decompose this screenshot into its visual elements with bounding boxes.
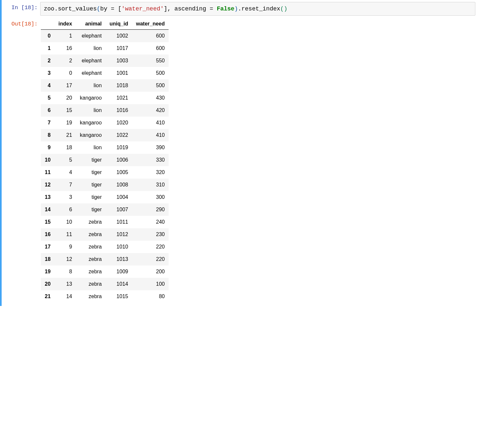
cell-animal: lion — [76, 104, 106, 117]
cell-animal: elephant — [76, 67, 106, 79]
cell-animal: kangaroo — [76, 92, 106, 104]
cell-animal: tiger — [76, 154, 106, 166]
table-row: 01elephant1002600 — [41, 30, 169, 42]
cell-index: 16 — [55, 42, 76, 55]
row-index: 9 — [41, 141, 55, 154]
code-token: .reset_index — [238, 6, 280, 12]
cell-water_need: 310 — [132, 179, 169, 191]
cell-animal: tiger — [76, 179, 106, 191]
cell-animal: lion — [76, 42, 106, 55]
table-row: 198zebra1009200 — [41, 265, 169, 278]
col-header-animal: animal — [76, 18, 106, 30]
cell-index: 5 — [55, 154, 76, 166]
cell-uniq_id: 1021 — [106, 92, 132, 104]
cell-uniq_id: 1001 — [106, 67, 132, 79]
cell-animal: zebra — [76, 278, 106, 290]
table-row: 22elephant1003550 — [41, 55, 169, 67]
cell-animal: zebra — [76, 241, 106, 253]
row-index: 17 — [41, 241, 55, 253]
cell-animal: tiger — [76, 166, 106, 179]
table-row: 127tiger1008310 — [41, 179, 169, 191]
cell-index: 4 — [55, 166, 76, 179]
cell-index: 21 — [55, 129, 76, 141]
code-string: 'water_need' — [122, 6, 164, 12]
cell-index: 1 — [55, 30, 76, 42]
cell-index: 10 — [55, 216, 76, 228]
cell-uniq_id: 1016 — [106, 104, 132, 117]
table-row: 520kangaroo1021430 — [41, 92, 169, 104]
code-keyword: False — [217, 6, 234, 12]
cell-uniq_id: 1007 — [106, 203, 132, 216]
row-index: 10 — [41, 154, 55, 166]
input-prompt: In [18]: — [2, 2, 40, 11]
code-token: = — [111, 6, 114, 12]
code-token: = — [210, 6, 213, 12]
row-index: 11 — [41, 166, 55, 179]
cell-animal: lion — [76, 79, 106, 92]
cell-index: 19 — [55, 117, 76, 129]
cell-uniq_id: 1008 — [106, 179, 132, 191]
cell-water_need: 80 — [132, 290, 169, 303]
cell-uniq_id: 1022 — [106, 129, 132, 141]
bracket-close-icon: ] — [164, 6, 167, 12]
cell-uniq_id: 1011 — [106, 216, 132, 228]
cell-animal: zebra — [76, 265, 106, 278]
cell-animal: tiger — [76, 203, 106, 216]
cell-uniq_id: 1006 — [106, 154, 132, 166]
row-index: 3 — [41, 67, 55, 79]
cell-index: 8 — [55, 265, 76, 278]
cell-animal: zebra — [76, 290, 106, 303]
cell-animal: tiger — [76, 191, 106, 203]
col-header-water-need: water_need — [132, 18, 169, 30]
cell-uniq_id: 1003 — [106, 55, 132, 67]
cell-index: 9 — [55, 241, 76, 253]
row-index: 12 — [41, 179, 55, 191]
cell-water_need: 290 — [132, 203, 169, 216]
cell-index: 15 — [55, 104, 76, 117]
row-index: 0 — [41, 30, 55, 42]
table-row: 116lion1017600 — [41, 42, 169, 55]
table-row: 2013zebra1014100 — [41, 278, 169, 290]
paren-close-icon: ) — [234, 6, 238, 12]
cell-water_need: 230 — [132, 228, 169, 241]
cell-water_need: 550 — [132, 55, 169, 67]
table-row: 2114zebra101580 — [41, 290, 169, 303]
row-index: 6 — [41, 104, 55, 117]
cell-animal: elephant — [76, 30, 106, 42]
cell-water_need: 200 — [132, 265, 169, 278]
cell-water_need: 220 — [132, 253, 169, 265]
cell-uniq_id: 1002 — [106, 30, 132, 42]
cell-index: 0 — [55, 67, 76, 79]
cell-animal: elephant — [76, 55, 106, 67]
row-index: 2 — [41, 55, 55, 67]
table-row: 918lion1019390 — [41, 141, 169, 154]
row-index: 20 — [41, 278, 55, 290]
cell-water_need: 600 — [132, 30, 169, 42]
cell-uniq_id: 1020 — [106, 117, 132, 129]
row-index: 7 — [41, 117, 55, 129]
cell-water_need: 410 — [132, 129, 169, 141]
cell-index: 14 — [55, 290, 76, 303]
cell-water_need: 600 — [132, 42, 169, 55]
cell-water_need: 500 — [132, 79, 169, 92]
code-token: zoo.sort_values — [44, 6, 97, 12]
cell-index: 2 — [55, 55, 76, 67]
table-row: 1812zebra1013220 — [41, 253, 169, 265]
cell-animal: kangaroo — [76, 117, 106, 129]
table-row: 114tiger1005320 — [41, 166, 169, 179]
cell-uniq_id: 1013 — [106, 253, 132, 265]
cell-index: 12 — [55, 253, 76, 265]
table-row: 105tiger1006330 — [41, 154, 169, 166]
cell-animal: lion — [76, 141, 106, 154]
table-row: 30elephant1001500 — [41, 67, 169, 79]
cell-water_need: 430 — [132, 92, 169, 104]
row-index: 19 — [41, 265, 55, 278]
cell-index: 3 — [55, 191, 76, 203]
table-row: 719kangaroo1020410 — [41, 117, 169, 129]
col-header-index: index — [55, 18, 76, 30]
cell-water_need: 390 — [132, 141, 169, 154]
output-row: Out[18]: index animal uniq_id water_need — [40, 18, 475, 303]
row-index: 15 — [41, 216, 55, 228]
code-input[interactable]: zoo.sort_values(by = ['water_need'], asc… — [40, 2, 475, 16]
cell-water_need: 240 — [132, 216, 169, 228]
